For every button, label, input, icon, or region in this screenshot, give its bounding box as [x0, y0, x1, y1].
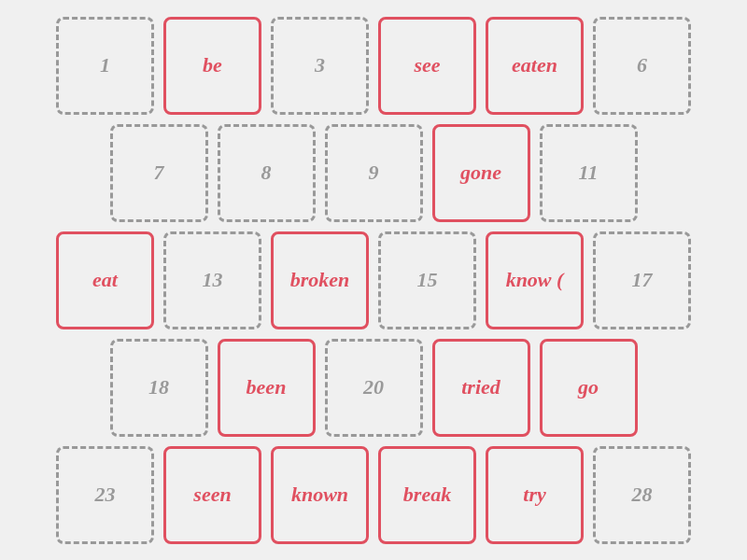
cell-4-5[interactable]: 28 [593, 446, 691, 544]
cell-label-1-4: 11 [579, 161, 599, 185]
cell-4-4[interactable]: try [486, 446, 584, 544]
cell-label-4-3: break [403, 483, 451, 507]
cell-label-0-2: 3 [315, 53, 325, 77]
cell-1-1[interactable]: 8 [218, 124, 316, 222]
cell-label-3-3: tried [461, 375, 500, 399]
row-0: 1be3seeeaten6 [56, 17, 691, 115]
cell-2-4[interactable]: know ( [486, 231, 584, 329]
cell-0-1[interactable]: be [163, 17, 261, 115]
cell-label-2-2: broken [290, 268, 350, 292]
row-1: 789gone11 [56, 124, 691, 222]
cell-label-4-2: known [291, 483, 348, 507]
cell-label-2-5: 17 [632, 268, 653, 292]
cell-4-0[interactable]: 23 [56, 446, 154, 544]
cell-3-2[interactable]: 20 [325, 339, 423, 437]
cell-1-2[interactable]: 9 [325, 124, 423, 222]
cell-0-3[interactable]: see [378, 17, 476, 115]
cell-1-4[interactable]: 11 [540, 124, 638, 222]
cell-label-2-3: 15 [417, 268, 438, 292]
cell-0-0[interactable]: 1 [56, 17, 154, 115]
cell-4-3[interactable]: break [378, 446, 476, 544]
cell-label-0-3: see [414, 53, 440, 77]
cell-3-4[interactable]: go [540, 339, 638, 437]
cell-label-3-1: been [247, 375, 287, 399]
cell-label-3-4: go [578, 375, 599, 399]
cell-3-1[interactable]: been [218, 339, 316, 437]
cell-label-0-1: be [203, 53, 222, 77]
cell-label-4-1: seen [193, 483, 231, 507]
cell-label-0-4: eaten [512, 53, 557, 77]
row-4: 23seenknownbreaktry28 [56, 446, 691, 544]
cell-2-1[interactable]: 13 [163, 231, 261, 329]
cell-2-0[interactable]: eat [56, 231, 154, 329]
cell-label-4-4: try [523, 483, 545, 507]
row-3: 18been20triedgo [56, 339, 691, 437]
cell-4-2[interactable]: known [271, 446, 369, 544]
grid-container: 1be3seeeaten6789gone11eat13broken15know … [37, 0, 710, 560]
cell-4-1[interactable]: seen [163, 446, 261, 544]
cell-label-3-2: 20 [363, 375, 384, 399]
cell-3-3[interactable]: tried [432, 339, 530, 437]
cell-2-2[interactable]: broken [271, 231, 369, 329]
cell-1-0[interactable]: 7 [110, 124, 208, 222]
cell-label-2-0: eat [92, 268, 118, 292]
cell-3-0[interactable]: 18 [110, 339, 208, 437]
cell-label-1-2: 9 [369, 161, 379, 185]
cell-2-5[interactable]: 17 [593, 231, 691, 329]
cell-label-1-0: 7 [154, 161, 164, 185]
cell-label-0-0: 1 [100, 53, 110, 77]
cell-label-2-4: know ( [506, 268, 564, 292]
cell-label-4-5: 28 [632, 483, 653, 507]
cell-0-4[interactable]: eaten [486, 17, 584, 115]
cell-label-0-5: 6 [637, 53, 647, 77]
cell-1-3[interactable]: gone [432, 124, 530, 222]
row-2: eat13broken15know (17 [56, 231, 691, 329]
cell-label-3-0: 18 [148, 375, 169, 399]
cell-label-1-1: 8 [261, 161, 272, 185]
cell-label-4-0: 23 [95, 483, 116, 507]
cell-label-1-3: gone [460, 161, 501, 185]
cell-2-3[interactable]: 15 [378, 231, 476, 329]
cell-label-2-1: 13 [203, 268, 223, 292]
cell-0-2[interactable]: 3 [271, 17, 369, 115]
cell-0-5[interactable]: 6 [593, 17, 691, 115]
